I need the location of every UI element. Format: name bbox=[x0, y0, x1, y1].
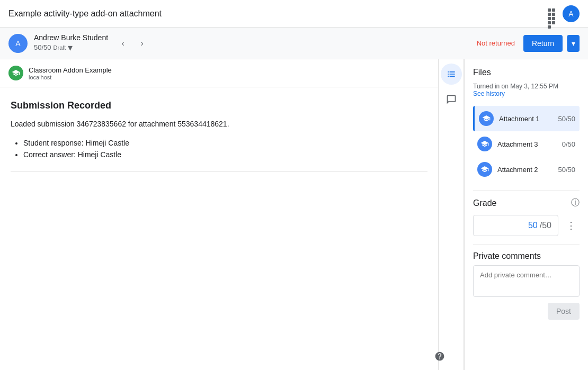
turned-in-text: Turned in on May 3, 12:55 PM bbox=[473, 83, 558, 90]
private-comment-input[interactable] bbox=[473, 265, 580, 297]
student-name: Andrew Burke Student bbox=[34, 33, 108, 42]
grade-dropdown-icon[interactable]: ▾ bbox=[68, 42, 73, 53]
right-sidebar-outer: Files Turned in on May 3, 12:55 PM See h… bbox=[439, 59, 588, 370]
private-comments-title: Private comments bbox=[473, 251, 580, 261]
next-student-button[interactable]: › bbox=[133, 35, 150, 52]
classroom-sub: localhost bbox=[29, 74, 112, 80]
addon-icon bbox=[480, 165, 489, 174]
grade-section-title: Grade bbox=[473, 198, 496, 208]
student-avatar: A bbox=[8, 34, 28, 53]
submission-title: Submission Recorded bbox=[11, 100, 427, 111]
return-button[interactable]: Return bbox=[523, 35, 563, 52]
draft-label: Draft bbox=[54, 44, 66, 51]
attachment-icon-2 bbox=[477, 162, 492, 177]
attachment-left: Attachment 2 bbox=[477, 162, 538, 177]
student-bar: A Andrew Burke Student 50/50 Draft ▾ ‹ ›… bbox=[0, 28, 588, 59]
attachment-name-3: Attachment 3 bbox=[497, 140, 538, 148]
grade-input-row: 50 /50 ⋮ bbox=[473, 215, 580, 236]
classroom-logo-icon bbox=[12, 69, 20, 77]
attachment-item[interactable]: Attachment 1 50/50 bbox=[473, 106, 580, 131]
attachment-icon-3 bbox=[477, 137, 492, 151]
list-item: Student response: Himeji Castle bbox=[23, 139, 427, 147]
nav-arrows: ‹ › bbox=[114, 35, 150, 52]
attachment-score-1: 50/50 bbox=[558, 115, 575, 123]
page-title: Example activity-type add-on attachment bbox=[8, 9, 162, 19]
addon-icon bbox=[480, 140, 489, 148]
addon-icon bbox=[482, 114, 491, 123]
classroom-info: Classroom Addon Example localhost bbox=[29, 66, 112, 80]
content-divider bbox=[11, 172, 427, 172]
grade-more-button[interactable]: ⋮ bbox=[563, 217, 580, 234]
list-item: Correct answer: Himeji Castle bbox=[23, 150, 427, 159]
left-panel: Classroom Addon Example localhost Submis… bbox=[0, 59, 439, 370]
content-area: Submission Recorded Loaded submission 34… bbox=[0, 87, 438, 185]
not-returned-badge: Not returned bbox=[473, 39, 519, 47]
post-button[interactable]: Post bbox=[548, 303, 580, 320]
help-icon bbox=[434, 351, 445, 362]
google-apps-icon[interactable] bbox=[548, 8, 558, 19]
student-grade-score: 50/50 bbox=[34, 43, 51, 51]
attachment-item[interactable]: Attachment 3 0/50 bbox=[473, 131, 580, 157]
attachment-list: Attachment 1 50/50 Attachment 3 0/5 bbox=[473, 106, 580, 182]
attachment-left: Attachment 3 bbox=[477, 137, 538, 151]
grade-max: /50 bbox=[540, 221, 551, 230]
student-info-left: A Andrew Burke Student 50/50 Draft ▾ ‹ › bbox=[8, 33, 150, 53]
files-tab-button[interactable] bbox=[441, 64, 462, 85]
classroom-icon bbox=[8, 66, 23, 80]
comment-footer: Post bbox=[473, 303, 580, 320]
return-more-button[interactable]: ▾ bbox=[567, 35, 580, 52]
right-panel: Files Turned in on May 3, 12:55 PM See h… bbox=[464, 59, 588, 370]
private-comments-section: Private comments Post bbox=[473, 251, 580, 320]
user-avatar[interactable]: A bbox=[563, 5, 580, 22]
student-grade-row: 50/50 Draft ▾ bbox=[34, 42, 108, 53]
see-history-link[interactable]: See history bbox=[473, 90, 580, 97]
grade-info-icon[interactable]: ⓘ bbox=[571, 197, 580, 209]
submission-desc: Loaded submission 346723835662 for attac… bbox=[11, 120, 427, 128]
header-icons: A bbox=[548, 5, 580, 22]
attachment-score-2: 50/50 bbox=[558, 166, 575, 174]
attachment-name-2: Attachment 2 bbox=[497, 166, 538, 174]
attachment-item[interactable]: Attachment 2 50/50 bbox=[473, 157, 580, 182]
section-divider-2 bbox=[473, 245, 580, 245]
app-header: Example activity-type add-on attachment … bbox=[0, 0, 588, 28]
grade-value: 50 bbox=[528, 221, 538, 230]
files-icon bbox=[446, 69, 457, 79]
attachment-score-3: 0/50 bbox=[562, 140, 575, 148]
main-layout: Classroom Addon Example localhost Submis… bbox=[0, 59, 588, 370]
classroom-header: Classroom Addon Example localhost bbox=[0, 59, 438, 87]
comment-icon bbox=[446, 94, 457, 105]
grade-header: Grade ⓘ bbox=[473, 197, 580, 209]
answer-list: Student response: Himeji Castle Correct … bbox=[11, 139, 427, 159]
student-actions: Not returned Return ▾ bbox=[473, 35, 580, 52]
grade-section: Grade ⓘ 50 /50 ⋮ bbox=[473, 197, 580, 236]
attachment-left: Attachment 1 bbox=[479, 111, 540, 126]
comments-tab-button[interactable] bbox=[441, 89, 462, 110]
prev-student-button[interactable]: ‹ bbox=[114, 35, 131, 52]
grade-input-box[interactable]: 50 /50 bbox=[473, 215, 558, 236]
attachment-icon-1 bbox=[479, 111, 494, 126]
section-divider bbox=[473, 191, 580, 191]
student-details: Andrew Burke Student 50/50 Draft ▾ bbox=[34, 33, 108, 53]
sidebar-icon-strip bbox=[439, 59, 464, 370]
help-button[interactable] bbox=[430, 347, 449, 366]
classroom-name: Classroom Addon Example bbox=[29, 66, 112, 74]
files-section-title: Files bbox=[473, 68, 580, 77]
attachment-name-1: Attachment 1 bbox=[499, 115, 540, 123]
